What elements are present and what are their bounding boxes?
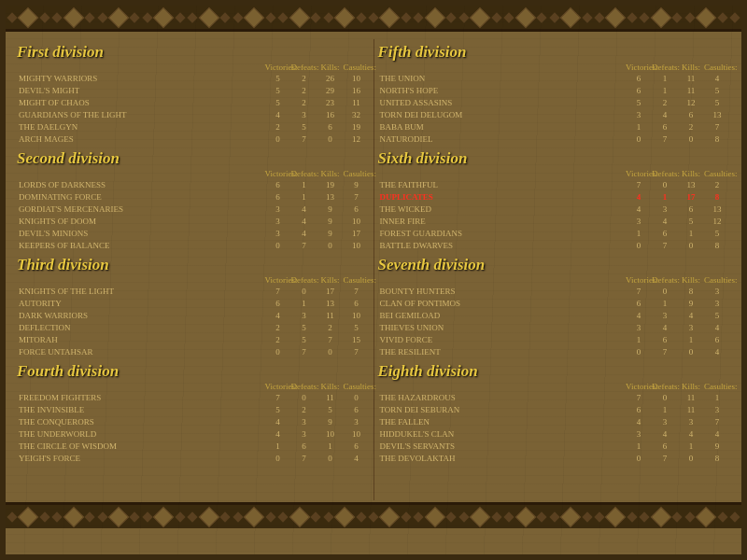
casualties-value: 5 (344, 322, 370, 334)
table-row: Lords of Darkness 6 1 19 9 (17, 179, 370, 191)
kills-value: 1 (678, 228, 704, 240)
border-diamond-small (401, 12, 411, 22)
defeats-col-header: Defeats: (652, 382, 678, 391)
kills-value: 13 (317, 191, 344, 203)
border-diamond-small (627, 511, 637, 522)
border-diamond (696, 506, 717, 527)
border-diamond (425, 506, 446, 527)
victories-value: 4 (265, 109, 291, 121)
table-row: Battle Dwarves 0 7 0 8 (378, 240, 731, 252)
defeats-value: 3 (652, 416, 678, 428)
kills-col-header: Kills: (678, 63, 704, 72)
table-row: Clan of Pontimos 6 1 9 3 (378, 298, 731, 310)
team-name: Arch Mages (19, 133, 265, 146)
border-diamond-small (142, 12, 152, 22)
table-row: Devil's Minions 3 4 9 17 (17, 228, 370, 240)
victories-value: 6 (626, 298, 652, 310)
team-name: Thieves Union (380, 322, 627, 334)
casualties-value: 3 (704, 298, 730, 310)
table-row: Forest Guardians 1 6 1 5 (378, 228, 731, 240)
border-diamond-small (672, 12, 683, 22)
defeats-value: 1 (652, 298, 678, 310)
casualties-col-header: Casulties: (704, 63, 730, 72)
top-border (6, 6, 741, 32)
team-name: The Underworld (19, 428, 265, 441)
victories-value: 0 (626, 346, 652, 358)
column-headers: Victories: Defeats: Kills: Casulties: (17, 169, 370, 178)
casualties-col-header: Casulties: (344, 169, 370, 178)
team-name: Mitorah (19, 334, 265, 346)
team-col-header (380, 169, 627, 178)
border-diamond-small (188, 511, 198, 522)
kills-value: 1 (678, 334, 704, 346)
defeats-value: 7 (652, 133, 678, 146)
table-row: Dark Warriors 4 3 11 10 (17, 310, 370, 322)
casualties-value: 3 (344, 416, 370, 428)
team-name: The Faithful (380, 179, 627, 191)
casualties-value: 32 (344, 109, 370, 121)
border-diamond-small (717, 12, 727, 22)
team-name: The Wicked (380, 203, 627, 216)
border-diamond-small (323, 12, 333, 22)
team-name: Lords of Darkness (19, 179, 265, 191)
border-diamond (153, 7, 175, 28)
table-row: Mitorah 2 5 7 15 (17, 334, 370, 346)
victories-value: 4 (265, 310, 291, 322)
victories-col-header: Victories: (265, 169, 291, 178)
table-row: The Union 6 1 11 4 (378, 73, 731, 85)
team-name: Knights of the Light (19, 286, 265, 298)
victories-value: 6 (265, 191, 291, 203)
table-row: North's Hope 6 1 11 5 (378, 85, 731, 97)
defeats-col-header: Defeats: (291, 382, 317, 391)
border-diamond-small (684, 511, 695, 522)
casualties-value: 9 (704, 441, 730, 453)
border-diamond (379, 506, 401, 527)
defeats-value: 1 (652, 404, 678, 416)
team-name: Gordiat's Mercenaries (19, 203, 265, 216)
casualties-value: 15 (344, 334, 370, 346)
table-row: Might of Chaos 5 2 23 11 (17, 97, 370, 109)
border-diamond-small (175, 511, 185, 522)
kills-value: 0 (678, 133, 704, 146)
border-diamond-small (220, 511, 231, 522)
team-name: The Resilient (380, 346, 627, 358)
table-row: Arch Mages 0 7 0 12 (17, 133, 370, 146)
kills-value: 2 (317, 322, 344, 334)
border-diamond-small (278, 12, 289, 22)
kills-value: 1 (317, 441, 344, 453)
border-diamond (514, 7, 536, 28)
border-diamond-small (84, 511, 94, 522)
victories-value: 1 (626, 121, 652, 133)
kills-value: 9 (317, 216, 344, 228)
border-diamond (560, 506, 582, 527)
border-diamond-small (220, 12, 231, 22)
table-row: Naturodiel 0 7 0 8 (378, 133, 731, 146)
border-diamond (199, 506, 220, 527)
victories-value: 6 (626, 85, 652, 97)
casualties-value: 7 (704, 416, 730, 428)
border-diamond-small (717, 511, 727, 522)
defeats-col-header: Defeats: (291, 63, 317, 72)
table-row: Guardians of the Light 4 3 16 32 (17, 109, 370, 121)
border-diamond (108, 506, 130, 527)
border-diamond (605, 7, 627, 28)
border-diamond (470, 7, 491, 28)
border-diamond-small (7, 511, 17, 522)
defeats-value: 0 (652, 286, 678, 298)
border-diamond (605, 506, 627, 527)
kills-value: 17 (317, 286, 344, 298)
casualties-value: 6 (344, 203, 370, 216)
casualties-value: 5 (704, 310, 730, 322)
defeats-value: 3 (291, 416, 317, 428)
team-name: The Union (380, 73, 627, 85)
border-diamond-small (627, 12, 637, 22)
border-diamond-small (356, 12, 366, 22)
victories-value: 0 (626, 133, 652, 146)
team-name: Forest Guardians (380, 228, 627, 240)
border-diamond-small (97, 12, 107, 22)
victories-value: 5 (265, 97, 291, 109)
defeats-col-header: Defeats: (291, 169, 317, 178)
division-header-1: Second division (17, 149, 370, 168)
kills-col-header: Kills: (317, 382, 344, 391)
table-row: The Circle of Wisdom 1 6 1 6 (17, 441, 370, 453)
